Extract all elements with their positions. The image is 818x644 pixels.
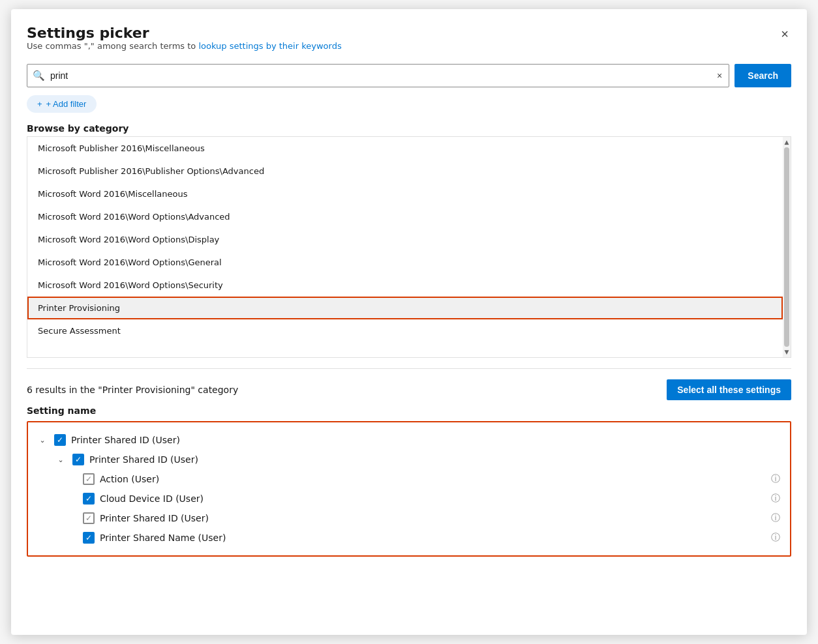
setting-label-action: Action (User): [100, 474, 764, 484]
checkbox-printer-shared-id[interactable]: ✓: [83, 512, 95, 524]
setting-row-action: ✓ Action (User) ⓘ: [80, 469, 785, 489]
check-icon-partial: ✓: [85, 514, 92, 523]
settings-list: ⌄ ✓ Printer Shared ID (User) ⌄ ✓ Printer…: [27, 421, 791, 557]
settings-picker-dialog: Settings picker Use commas "," among sea…: [11, 9, 807, 635]
category-item[interactable]: Microsoft Word 2016\Word Options\General: [27, 251, 783, 274]
dialog-title: Settings picker: [27, 25, 342, 41]
setting-label-printer-shared-name: Printer Shared Name (User): [100, 533, 764, 543]
checkbox-cloud-device[interactable]: ✓: [83, 493, 95, 505]
checkbox-printer-shared-name[interactable]: ✓: [83, 532, 95, 544]
category-list: Microsoft Publisher 2016\Miscellaneous M…: [27, 137, 783, 357]
category-item[interactable]: Microsoft Publisher 2016\Miscellaneous: [27, 137, 783, 160]
checkbox-level0[interactable]: ✓: [54, 434, 66, 446]
check-icon: ✓: [85, 494, 92, 503]
check-icon: ✓: [75, 455, 82, 464]
check-icon: ✓: [85, 533, 92, 542]
add-filter-label: + Add filter: [46, 99, 87, 109]
search-input[interactable]: [50, 70, 716, 81]
dialog-header: Settings picker Use commas "," among sea…: [27, 25, 791, 61]
check-icon-partial: ✓: [85, 475, 92, 484]
category-item[interactable]: Microsoft Word 2016\Word Options\Securit…: [27, 274, 783, 297]
chevron-icon[interactable]: ⌄: [54, 456, 67, 464]
category-item[interactable]: Microsoft Word 2016\Word Options\Advance…: [27, 205, 783, 228]
search-button[interactable]: Search: [735, 64, 791, 87]
dialog-subtitle: Use commas "," among search terms to loo…: [27, 41, 342, 51]
info-icon[interactable]: ⓘ: [769, 532, 782, 544]
setting-name-label: Setting name: [27, 405, 791, 416]
info-icon[interactable]: ⓘ: [769, 493, 782, 505]
browse-category-title: Browse by category: [27, 123, 791, 134]
search-input-wrapper: 🔍 ×: [27, 64, 729, 87]
check-icon: ✓: [57, 435, 63, 445]
clear-button[interactable]: ×: [716, 69, 723, 82]
category-item[interactable]: Microsoft Publisher 2016\Publisher Optio…: [27, 160, 783, 183]
setting-row-printer-shared-id: ✓ Printer Shared ID (User) ⓘ: [80, 508, 785, 528]
setting-label-level1: Printer Shared ID (User): [89, 454, 782, 465]
add-filter-button[interactable]: + + Add filter: [27, 95, 97, 113]
setting-row-printer-shared-name: ✓ Printer Shared Name (User) ⓘ: [80, 528, 785, 548]
add-icon: +: [37, 99, 42, 109]
search-row: 🔍 × Search: [27, 64, 791, 87]
chevron-icon[interactable]: ⌄: [36, 436, 49, 445]
scrollbar-up-arrow[interactable]: ▲: [783, 138, 791, 146]
select-all-button[interactable]: Select all these settings: [667, 379, 791, 400]
scrollbar[interactable]: ▲ ▼: [783, 137, 791, 357]
scrollbar-thumb[interactable]: [784, 147, 789, 347]
category-item[interactable]: Secure Assessment: [27, 319, 783, 342]
results-header: 6 results in the "Printer Provisioning" …: [27, 379, 791, 400]
setting-label-cloud-device: Cloud Device ID (User): [100, 493, 764, 504]
category-list-wrapper: Microsoft Publisher 2016\Miscellaneous M…: [27, 136, 791, 358]
setting-row-level0: ⌄ ✓ Printer Shared ID (User): [33, 430, 785, 450]
setting-row-level1: ⌄ ✓ Printer Shared ID (User): [52, 450, 785, 469]
checkbox-level1[interactable]: ✓: [72, 454, 84, 465]
close-button[interactable]: ×: [778, 25, 791, 43]
info-icon[interactable]: ⓘ: [769, 473, 782, 485]
setting-row-cloud-device: ✓ Cloud Device ID (User) ⓘ: [80, 489, 785, 508]
results-count: 6 results in the "Printer Provisioning" …: [27, 385, 238, 395]
category-item[interactable]: Microsoft Word 2016\Word Options\Display: [27, 228, 783, 251]
info-icon[interactable]: ⓘ: [769, 512, 782, 524]
setting-label-level0: Printer Shared ID (User): [71, 435, 782, 445]
category-item[interactable]: Microsoft Word 2016\Miscellaneous: [27, 183, 783, 205]
category-item-printer-provisioning[interactable]: Printer Provisioning: [27, 297, 783, 319]
setting-label-printer-shared-id: Printer Shared ID (User): [100, 513, 764, 523]
scrollbar-down-arrow[interactable]: ▼: [783, 348, 791, 356]
subtitle-link[interactable]: lookup settings by their keywords: [198, 41, 341, 51]
checkbox-action[interactable]: ✓: [83, 473, 95, 485]
search-icon: 🔍: [33, 70, 45, 81]
divider: [27, 368, 791, 369]
